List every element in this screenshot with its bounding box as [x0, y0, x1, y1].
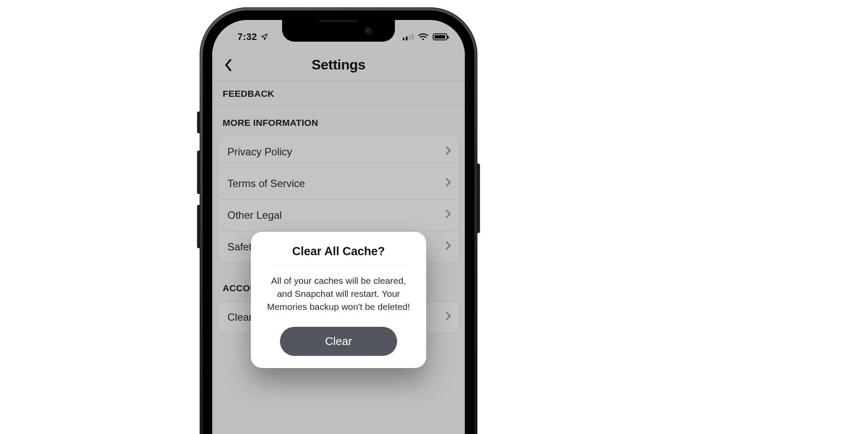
- battery-icon: [433, 33, 447, 40]
- earpiece-speaker: [319, 20, 358, 22]
- row-label: Terms of Service: [227, 178, 305, 190]
- phone-bezel: Settings FEEDBACK MORE INFORMATION Priva…: [203, 10, 474, 434]
- chevron-left-icon: [224, 59, 233, 72]
- phone-screen: Settings FEEDBACK MORE INFORMATION Priva…: [212, 20, 465, 434]
- chevron-right-icon: [445, 311, 451, 323]
- clear-button[interactable]: Clear: [280, 327, 397, 356]
- row-label: Other Legal: [227, 209, 282, 221]
- mute-switch: [197, 112, 200, 133]
- status-time: 7:32: [237, 31, 257, 43]
- dialog-title: Clear All Cache?: [261, 245, 416, 258]
- chevron-right-icon: [445, 241, 451, 253]
- section-header-more-information: MORE INFORMATION: [212, 105, 465, 134]
- power-button: [477, 164, 480, 233]
- location-icon: [260, 33, 268, 41]
- back-button[interactable]: [219, 56, 238, 75]
- row-other-legal[interactable]: Other Legal: [218, 199, 459, 231]
- dialog-body: All of your caches will be cleared, and …: [261, 274, 416, 313]
- volume-down-button: [197, 205, 200, 248]
- nav-bar: Settings: [212, 49, 465, 81]
- row-terms-of-service[interactable]: Terms of Service: [218, 168, 459, 199]
- chevron-right-icon: [445, 209, 451, 221]
- settings-app: Settings FEEDBACK MORE INFORMATION Priva…: [212, 20, 465, 434]
- cellular-signal-icon: [403, 33, 414, 40]
- row-privacy-policy[interactable]: Privacy Policy: [218, 136, 459, 168]
- section-header-feedback: FEEDBACK: [212, 81, 465, 105]
- page-title: Settings: [312, 57, 365, 73]
- chevron-right-icon: [445, 178, 451, 190]
- row-label: Privacy Policy: [227, 146, 292, 158]
- wifi-icon: [418, 33, 428, 41]
- svg-point-0: [422, 39, 424, 40]
- clear-cache-dialog: Clear All Cache? All of your caches will…: [251, 232, 426, 368]
- phone-notch: [282, 20, 395, 42]
- chevron-right-icon: [445, 146, 451, 158]
- divider: [272, 265, 405, 266]
- volume-up-button: [197, 151, 200, 194]
- phone-frame: Settings FEEDBACK MORE INFORMATION Priva…: [200, 7, 477, 434]
